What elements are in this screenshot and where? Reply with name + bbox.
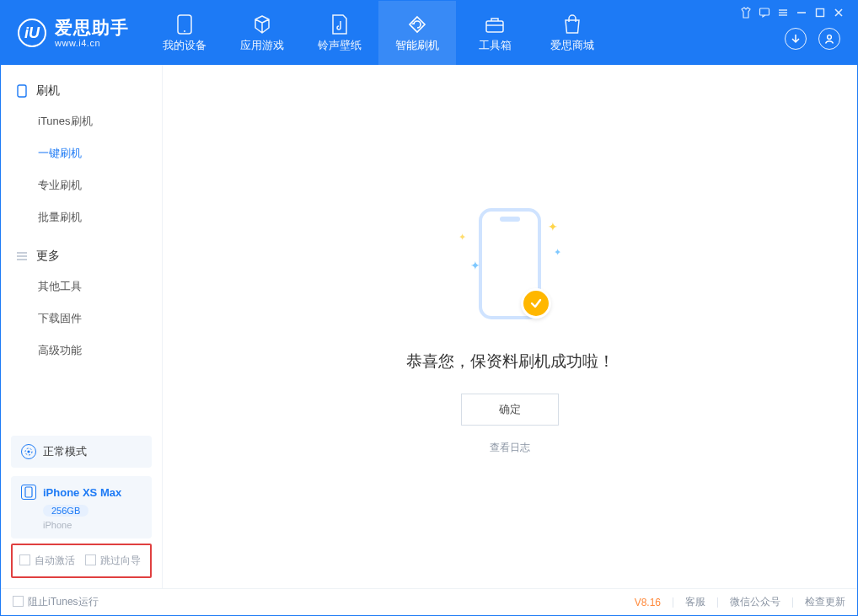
- sidebar-item-batch-flash[interactable]: 批量刷机: [1, 201, 162, 233]
- checkbox-label: 阻止iTunes运行: [28, 596, 99, 608]
- music-file-icon: [329, 13, 351, 35]
- sidebar-item-oneclick-flash[interactable]: 一键刷机: [1, 137, 162, 169]
- svg-rect-9: [817, 9, 824, 17]
- skin-icon[interactable]: [737, 4, 754, 21]
- nav-store[interactable]: 爱思商城: [534, 1, 611, 65]
- success-illustration: ✦ ✦ ✦ ✦: [447, 208, 573, 330]
- close-button[interactable]: [830, 4, 847, 21]
- mode-card[interactable]: 正常模式: [11, 436, 152, 468]
- success-block: ✦ ✦ ✦ ✦ 恭喜您，保资料刷机成功啦！ 确定 查看日志: [406, 208, 614, 455]
- version-label: V8.16: [635, 597, 661, 608]
- nav-my-device[interactable]: 我的设备: [146, 1, 223, 65]
- sync-icon: [406, 13, 428, 35]
- sidebar: 刷机 iTunes刷机 一键刷机 专业刷机 批量刷机 更多 其他工具 下载固件 …: [1, 65, 163, 588]
- nav-label: 智能刷机: [395, 39, 439, 53]
- checkbox-skip-guide[interactable]: 跳过向导: [85, 554, 141, 568]
- link-support[interactable]: 客服: [685, 595, 705, 609]
- device-phone-icon: [21, 485, 36, 500]
- ok-button[interactable]: 确定: [461, 394, 559, 426]
- window-controls: [737, 1, 852, 21]
- brand-subtitle: www.i4.cn: [55, 38, 129, 49]
- nav-toolbox[interactable]: 工具箱: [456, 1, 534, 65]
- mode-label: 正常模式: [43, 444, 87, 459]
- svg-rect-4: [760, 8, 770, 15]
- device-name: iPhone XS Max: [43, 486, 121, 499]
- sidebar-section-flash[interactable]: 刷机: [1, 77, 162, 105]
- checkbox-icon: [13, 596, 24, 607]
- device-sub: iPhone: [43, 520, 142, 530]
- nav-label: 爱思商城: [550, 39, 594, 53]
- statusbar: 阻止iTunes运行 V8.16 客服 微信公众号 检查更新: [1, 588, 857, 615]
- brand-title: 爱思助手: [55, 18, 129, 38]
- section-label: 刷机: [36, 83, 60, 99]
- success-title: 恭喜您，保资料刷机成功啦！: [406, 351, 614, 372]
- sidebar-item-itunes-flash[interactable]: iTunes刷机: [1, 105, 162, 137]
- checkbox-highlight-box: 自动激活 跳过向导: [11, 544, 152, 578]
- maximize-button[interactable]: [812, 4, 829, 21]
- link-check-update[interactable]: 检查更新: [805, 595, 845, 609]
- sparkle-icon: ✦: [554, 247, 561, 258]
- separator: [792, 597, 793, 608]
- titlebar-circle-buttons: [785, 21, 852, 50]
- main-area: ✦ ✦ ✦ ✦ 恭喜您，保资料刷机成功啦！ 确定 查看日志: [163, 65, 857, 588]
- checkbox-block-itunes[interactable]: 阻止iTunes运行: [13, 595, 99, 609]
- nav-ringtone-wallpaper[interactable]: 铃声壁纸: [301, 1, 378, 65]
- capacity-badge: 256GB: [43, 505, 88, 517]
- check-circle-icon: [521, 288, 551, 319]
- separator: [717, 597, 718, 608]
- nav-label: 工具箱: [479, 39, 512, 53]
- brand-text: 爱思助手 www.i4.cn: [55, 18, 129, 49]
- titlebar-right: [737, 1, 857, 65]
- svg-rect-2: [486, 21, 503, 32]
- svg-point-12: [828, 35, 832, 40]
- bag-icon: [561, 13, 583, 35]
- download-button[interactable]: [785, 28, 807, 50]
- toolbox-icon: [484, 13, 506, 35]
- brand-logo-icon: iU: [18, 19, 46, 47]
- nav-smart-flash[interactable]: 智能刷机: [378, 1, 456, 65]
- sidebar-item-advanced[interactable]: 高级功能: [1, 335, 162, 367]
- statusbar-left: 阻止iTunes运行: [13, 595, 99, 609]
- checkbox-auto-activate[interactable]: 自动激活: [19, 554, 75, 568]
- feedback-icon[interactable]: [756, 4, 773, 21]
- nav-app-games[interactable]: 应用游戏: [223, 1, 301, 65]
- svg-point-1: [184, 30, 185, 32]
- minimize-button[interactable]: [793, 4, 810, 21]
- sidebar-item-other-tools[interactable]: 其他工具: [1, 271, 162, 303]
- titlebar: iU 爱思助手 www.i4.cn 我的设备 应用游戏 铃声壁纸 智能刷机 工具…: [1, 1, 857, 65]
- menu-icon[interactable]: [775, 4, 791, 21]
- sparkle-icon: ✦: [458, 232, 466, 243]
- device-card[interactable]: iPhone XS Max 256GB iPhone: [11, 476, 152, 538]
- phone-icon: [174, 13, 196, 35]
- svg-rect-19: [25, 487, 32, 497]
- view-log-link[interactable]: 查看日志: [406, 441, 614, 455]
- svg-rect-13: [18, 85, 26, 97]
- sidebar-item-download-firmware[interactable]: 下载固件: [1, 303, 162, 335]
- list-icon: [16, 250, 28, 262]
- section-label: 更多: [36, 249, 60, 264]
- top-nav: 我的设备 应用游戏 铃声壁纸 智能刷机 工具箱 爱思商城: [146, 1, 611, 65]
- statusbar-right: V8.16 客服 微信公众号 检查更新: [635, 595, 845, 609]
- mode-normal-icon: [21, 444, 36, 459]
- checkbox-label: 跳过向导: [100, 554, 141, 566]
- brand: iU 爱思助手 www.i4.cn: [1, 1, 146, 65]
- svg-point-17: [27, 450, 29, 453]
- device-outline-icon: [16, 85, 28, 97]
- sidebar-bottom: 正常模式 iPhone XS Max 256GB iPhone 自动激活 跳过向…: [1, 427, 162, 588]
- nav-label: 应用游戏: [240, 39, 284, 53]
- cube-icon: [251, 13, 273, 35]
- separator: [673, 597, 673, 608]
- nav-label: 铃声壁纸: [318, 39, 362, 53]
- checkbox-icon: [85, 554, 96, 565]
- sidebar-scroll: 刷机 iTunes刷机 一键刷机 专业刷机 批量刷机 更多 其他工具 下载固件 …: [1, 65, 162, 427]
- sparkle-icon: ✦: [470, 259, 480, 272]
- body-wrap: 刷机 iTunes刷机 一键刷机 专业刷机 批量刷机 更多 其他工具 下载固件 …: [1, 65, 857, 588]
- link-wechat[interactable]: 微信公众号: [730, 595, 780, 609]
- sidebar-item-pro-flash[interactable]: 专业刷机: [1, 169, 162, 201]
- sidebar-section-more[interactable]: 更多: [1, 242, 162, 271]
- user-button[interactable]: [818, 28, 840, 50]
- checkbox-label: 自动激活: [35, 554, 75, 566]
- sparkle-icon: ✦: [548, 220, 558, 233]
- checkbox-icon: [19, 554, 30, 565]
- nav-label: 我的设备: [163, 39, 206, 53]
